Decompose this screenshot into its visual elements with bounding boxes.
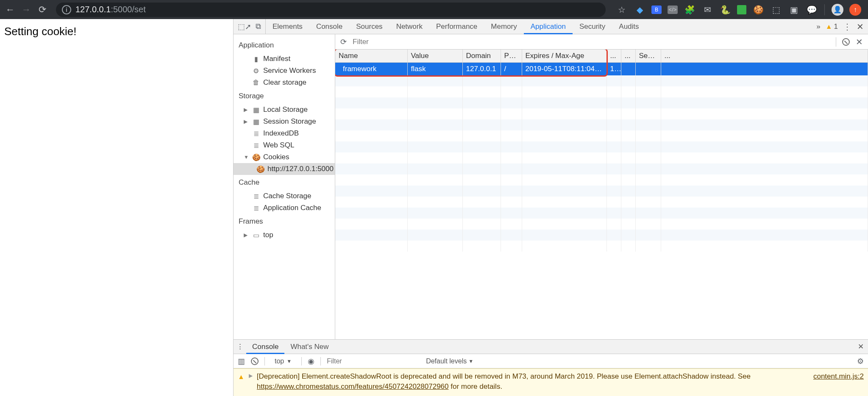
- cookie-cell: [621, 63, 635, 76]
- cookie-column-header[interactable]: ...: [621, 50, 635, 63]
- star-icon[interactable]: ☆: [616, 4, 628, 16]
- extension-icon[interactable]: ▣: [788, 4, 800, 16]
- cookie-column-header[interactable]: ...: [606, 50, 621, 63]
- divider: [301, 357, 302, 366]
- devtools-tab-performance[interactable]: Performance: [429, 19, 484, 34]
- tabs-overflow-button[interactable]: »: [816, 22, 820, 31]
- context-selector[interactable]: top ▼: [271, 356, 295, 367]
- sidebar-item[interactable]: ≣Cache Storage: [234, 190, 335, 202]
- cookie-icon: 🍪: [252, 153, 260, 161]
- warning-icon: ▲: [238, 372, 245, 392]
- devtools-tab-sources[interactable]: Sources: [349, 19, 389, 34]
- console-filter-input[interactable]: [327, 357, 420, 365]
- extension-icon[interactable]: [737, 5, 746, 14]
- forward-button[interactable]: →: [20, 4, 32, 16]
- chevron-down-icon: ▼: [468, 358, 473, 364]
- cookie-icon: 🍪: [256, 165, 264, 173]
- cookie-column-header[interactable]: Domain: [462, 50, 501, 63]
- db-icon: ≣: [252, 141, 260, 150]
- sidebar-item[interactable]: ▶▦Local Storage: [234, 104, 335, 116]
- devtools-close-button[interactable]: ✕: [857, 22, 864, 32]
- message-source-link[interactable]: content.min.js:2: [813, 371, 864, 382]
- cookie-toolbar: ⟳ ✕: [335, 34, 868, 50]
- extension-icon[interactable]: </>: [668, 6, 678, 14]
- devtools-tab-audits[interactable]: Audits: [612, 19, 645, 34]
- eye-icon[interactable]: ◉: [308, 357, 314, 366]
- sidebar-item[interactable]: 🍪http://127.0.0.1:5000: [234, 163, 335, 175]
- table-row: [335, 208, 868, 219]
- message-link[interactable]: https://www.chromestatus.com/features/45…: [257, 382, 449, 390]
- sidebar-item-label: Service Workers: [263, 66, 316, 75]
- notification-badge[interactable]: ↑: [849, 4, 861, 16]
- extension-icon[interactable]: 🧩: [684, 4, 696, 16]
- sidebar-item[interactable]: ≣IndexedDB: [234, 127, 335, 139]
- cookie-filter-input[interactable]: [353, 38, 830, 46]
- devtools-tab-elements[interactable]: Elements: [266, 19, 309, 34]
- clear-console-icon[interactable]: [251, 357, 259, 365]
- devtools-tab-network[interactable]: Network: [389, 19, 429, 34]
- sidebar-item[interactable]: ≣Web SQL: [234, 139, 335, 151]
- sidebar-item[interactable]: 🗑Clear storage: [234, 77, 335, 89]
- divider: [264, 357, 265, 366]
- sidebar-item[interactable]: ▼🍪Cookies: [234, 151, 335, 163]
- drawer-menu-button[interactable]: ⋮: [234, 340, 246, 354]
- drawer-tabbar: ⋮ ConsoleWhat's New ✕: [234, 340, 868, 354]
- inspect-icon[interactable]: ⬚➚: [238, 22, 251, 31]
- extension-icon[interactable]: 💬: [806, 4, 818, 16]
- sidebar-section-header: Frames: [234, 214, 335, 229]
- delete-selected-icon[interactable]: ✕: [856, 37, 863, 47]
- log-levels-selector[interactable]: Default levels ▼: [426, 357, 473, 365]
- drawer-close-button[interactable]: ✕: [854, 340, 868, 354]
- cookie-row[interactable]: frameworkflask127.0.0.1/2019-05-11T08:11…: [335, 63, 868, 76]
- extension-icon[interactable]: 🐍: [719, 4, 731, 16]
- sidebar-item-label: Session Storage: [263, 117, 316, 126]
- console-sidebar-toggle-icon[interactable]: ▥: [238, 357, 245, 366]
- sidebar-section-header: Cache: [234, 175, 335, 190]
- table-row: [335, 86, 868, 97]
- expand-icon: ▶: [244, 119, 249, 125]
- cookie-column-header[interactable]: Name: [335, 50, 407, 63]
- devtools-tab-application[interactable]: Application: [524, 19, 573, 34]
- devtools-tab-memory[interactable]: Memory: [484, 19, 523, 34]
- extension-icon[interactable]: B: [651, 6, 662, 14]
- table-row: [335, 197, 868, 208]
- sidebar-item[interactable]: ⚙Service Workers: [234, 65, 335, 77]
- sidebar-item[interactable]: ▮Manifest: [234, 53, 335, 65]
- drawer-tab-console[interactable]: Console: [246, 340, 284, 354]
- cookie-column-header[interactable]: Sec...: [635, 50, 661, 63]
- device-toggle-icon[interactable]: ⧉: [256, 22, 261, 31]
- reload-button[interactable]: ⟳: [36, 4, 48, 16]
- address-bar[interactable]: i 127.0.0.1:5000/set: [56, 3, 606, 17]
- extension-icon[interactable]: ⬚: [770, 4, 782, 16]
- cookie-table-wrap: NameValueDomainPathExpires / Max-Age....…: [335, 50, 868, 339]
- sidebar-item[interactable]: ▶▭top: [234, 229, 335, 241]
- cookie-column-header[interactable]: Value: [407, 50, 462, 63]
- extension-icon[interactable]: 🍪: [752, 4, 764, 16]
- profile-avatar[interactable]: 👤: [832, 4, 843, 16]
- clear-all-icon[interactable]: [842, 38, 850, 46]
- extension-icon[interactable]: ◆: [634, 4, 645, 16]
- expand-icon: ▶: [244, 232, 249, 238]
- refresh-icon[interactable]: ⟳: [340, 37, 347, 47]
- table-row: [335, 119, 868, 130]
- site-info-icon[interactable]: i: [62, 5, 71, 14]
- devtools-tab-security[interactable]: Security: [573, 19, 612, 34]
- gear-icon[interactable]: ⚙: [857, 357, 864, 366]
- drawer-tab-what-s-new[interactable]: What's New: [284, 340, 334, 354]
- back-button[interactable]: ←: [4, 4, 16, 16]
- cookie-column-header[interactable]: ...: [661, 50, 868, 63]
- sidebar-item[interactable]: ▶▦Session Storage: [234, 116, 335, 127]
- sidebar-item[interactable]: ≣Application Cache: [234, 202, 335, 214]
- devtools-tab-console[interactable]: Console: [309, 19, 349, 34]
- sidebar-item-label: Manifest: [263, 55, 290, 63]
- warnings-badge[interactable]: ▲ 1: [826, 22, 838, 31]
- cookie-column-header[interactable]: Expires / Max-Age: [522, 50, 606, 63]
- divider: [320, 357, 321, 366]
- devtools-menu-button[interactable]: ⋮: [843, 22, 851, 32]
- sidebar-item-label: Application Cache: [263, 204, 321, 212]
- cookie-cell: flask: [407, 63, 462, 76]
- cookie-column-header[interactable]: Path: [501, 50, 522, 63]
- extension-icon[interactable]: ✉: [701, 4, 713, 16]
- chevron-down-icon: ▼: [287, 358, 292, 364]
- expand-icon[interactable]: ▶: [249, 372, 253, 392]
